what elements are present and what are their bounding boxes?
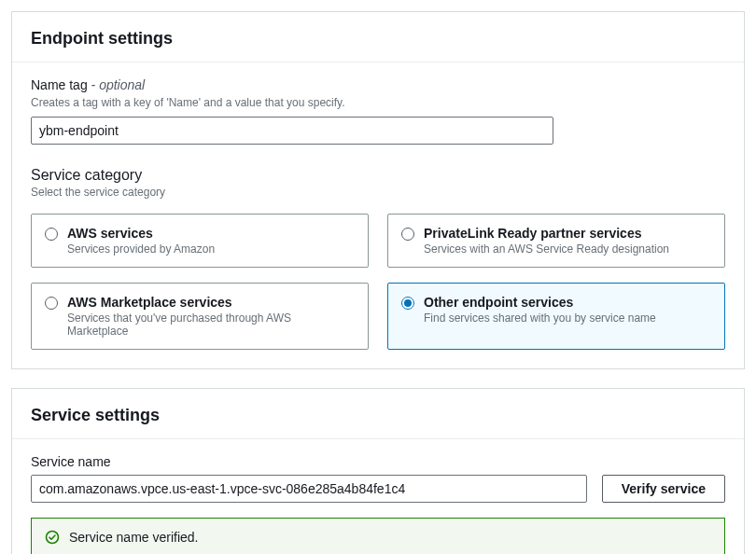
name-tag-label: Name tag xyxy=(31,77,88,92)
radio-title: PrivateLink Ready partner services xyxy=(424,226,711,241)
radio-title: AWS services xyxy=(67,226,355,241)
name-tag-optional: - optional xyxy=(88,77,145,92)
radio-icon xyxy=(401,297,414,310)
radio-icon xyxy=(45,228,58,241)
service-category-section: Service category Select the service cate… xyxy=(31,167,725,350)
service-category-options: AWS services Services provided by Amazon… xyxy=(31,214,725,350)
verified-message: Service name verified. xyxy=(69,530,199,545)
service-settings-body: Service name Verify service Service name… xyxy=(12,439,744,554)
name-tag-input[interactable] xyxy=(31,117,553,145)
radio-icon xyxy=(45,297,58,310)
radio-description: Services that you've purchased through A… xyxy=(67,312,355,338)
service-category-title: Service category xyxy=(31,167,725,184)
service-category-description: Select the service category xyxy=(31,186,725,199)
endpoint-settings-header: Endpoint settings xyxy=(12,12,744,62)
radio-description: Services provided by Amazon xyxy=(67,242,355,256)
radio-title: AWS Marketplace services xyxy=(67,295,355,310)
radio-title: Other endpoint services xyxy=(424,295,711,310)
endpoint-settings-title: Endpoint settings xyxy=(31,29,725,48)
verified-alert: Service name verified. xyxy=(31,518,725,554)
radio-description: Find services shared with you by service… xyxy=(424,312,711,325)
name-tag-label-row: Name tag - optional xyxy=(31,77,725,92)
radio-aws-services[interactable]: AWS services Services provided by Amazon xyxy=(31,214,369,268)
verify-service-button[interactable]: Verify service xyxy=(602,475,725,503)
endpoint-settings-body: Name tag - optional Creates a tag with a… xyxy=(12,62,744,368)
radio-privatelink-ready[interactable]: PrivateLink Ready partner services Servi… xyxy=(387,214,725,268)
name-tag-description: Creates a tag with a key of 'Name' and a… xyxy=(31,96,725,109)
endpoint-settings-panel: Endpoint settings Name tag - optional Cr… xyxy=(11,11,745,369)
radio-icon xyxy=(401,228,414,241)
service-settings-header: Service settings xyxy=(12,389,744,439)
radio-other-endpoint[interactable]: Other endpoint services Find services sh… xyxy=(387,283,725,350)
service-name-label: Service name xyxy=(31,454,725,469)
service-settings-panel: Service settings Service name Verify ser… xyxy=(11,388,745,554)
radio-aws-marketplace[interactable]: AWS Marketplace services Services that y… xyxy=(31,283,369,350)
service-name-row: Verify service xyxy=(31,475,725,503)
service-settings-title: Service settings xyxy=(31,406,725,425)
check-circle-icon xyxy=(45,530,60,545)
service-name-input[interactable] xyxy=(31,475,587,503)
radio-description: Services with an AWS Service Ready desig… xyxy=(424,242,711,256)
